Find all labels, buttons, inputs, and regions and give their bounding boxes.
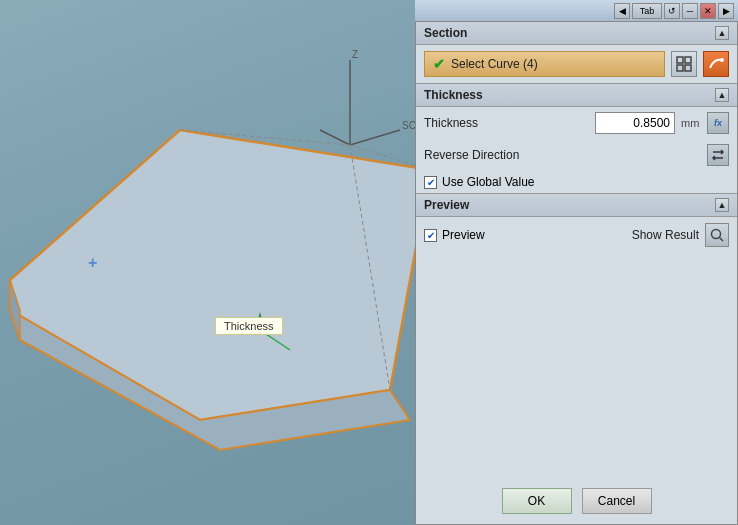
preview-right: Show Result	[632, 223, 729, 247]
thickness-label: Thickness	[424, 116, 589, 130]
tab-button[interactable]: Tab	[632, 3, 662, 19]
svg-rect-17	[685, 65, 691, 71]
cancel-label: Cancel	[598, 494, 635, 508]
thickness-section: Thickness ▲ Thickness mm fx Reverse Dire…	[416, 83, 737, 193]
nav-forward-button[interactable]: ▶	[718, 3, 734, 19]
tooltip: Thickness	[215, 317, 283, 335]
preview-collapse-button[interactable]: ▲	[715, 198, 729, 212]
svg-text:+: +	[88, 254, 97, 271]
grid-icon	[676, 56, 692, 72]
svg-point-19	[712, 230, 721, 239]
svg-text:SC: SC	[402, 120, 415, 131]
titlebar-buttons: ◀ Tab ↺ ─ ✕ ▶	[614, 3, 738, 19]
cancel-button[interactable]: Cancel	[582, 488, 652, 514]
preview-checkbox[interactable]: ✔	[424, 229, 437, 242]
svg-rect-16	[677, 65, 683, 71]
reverse-direction-label: Reverse Direction	[424, 148, 701, 162]
curve-icon	[708, 56, 724, 72]
titlebar: ◀ Tab ↺ ─ ✕ ▶	[415, 0, 738, 22]
show-result-button[interactable]	[705, 223, 729, 247]
thickness-section-title: Thickness	[424, 88, 483, 102]
use-global-value-row: ✔ Use Global Value	[416, 171, 737, 193]
svg-line-7	[320, 130, 350, 145]
section-title: Section	[424, 26, 467, 40]
select-curve-box[interactable]: ✔ Select Curve (4)	[424, 51, 665, 77]
search-icon	[709, 227, 725, 243]
thickness-unit-label: mm	[681, 117, 701, 129]
tooltip-text: Thickness	[224, 320, 274, 332]
preview-section: Preview ▲ ✔ Preview Show Result	[416, 193, 737, 253]
3d-shape: Z SC +	[0, 0, 415, 525]
formula-button[interactable]: fx	[707, 112, 729, 134]
svg-rect-14	[677, 57, 683, 63]
select-curve-row: ✔ Select Curve (4)	[416, 45, 737, 83]
preview-label: Preview	[442, 228, 485, 242]
curve-checkmark-icon: ✔	[433, 56, 445, 72]
svg-text:Z: Z	[352, 49, 358, 60]
use-global-value-checkbox[interactable]: ✔	[424, 176, 437, 189]
close-button[interactable]: ✕	[700, 3, 716, 19]
nav-back-button[interactable]: ◀	[614, 3, 630, 19]
curve-select-button[interactable]	[703, 51, 729, 77]
select-curve-label: Select Curve (4)	[451, 57, 538, 71]
thickness-collapse-button[interactable]: ▲	[715, 88, 729, 102]
svg-line-5	[350, 130, 400, 145]
minimize-button[interactable]: ─	[682, 3, 698, 19]
section-header: Section ▲	[416, 22, 737, 45]
thickness-input[interactable]	[595, 112, 675, 134]
use-global-value-label: Use Global Value	[442, 175, 535, 189]
action-row: OK Cancel	[416, 478, 737, 524]
preview-left: ✔ Preview	[424, 228, 632, 242]
thickness-section-header: Thickness ▲	[416, 84, 737, 107]
reverse-icon	[710, 147, 726, 163]
preview-row: ✔ Preview Show Result	[416, 217, 737, 253]
ok-label: OK	[528, 494, 545, 508]
reverse-direction-button[interactable]	[707, 144, 729, 166]
svg-line-20	[720, 238, 724, 242]
show-result-label: Show Result	[632, 228, 699, 242]
svg-rect-15	[685, 57, 691, 63]
reverse-direction-row: Reverse Direction	[416, 139, 737, 171]
preview-section-title: Preview	[424, 198, 469, 212]
svg-point-18	[720, 58, 724, 62]
ok-button[interactable]: OK	[502, 488, 572, 514]
panel: Section ▲ ✔ Select Curve (4) Thickness	[415, 22, 738, 525]
preview-section-header: Preview ▲	[416, 194, 737, 217]
thickness-row: Thickness mm fx	[416, 107, 737, 139]
section-collapse-button[interactable]: ▲	[715, 26, 729, 40]
refresh-button[interactable]: ↺	[664, 3, 680, 19]
fx-icon: fx	[714, 118, 722, 128]
grid-view-button[interactable]	[671, 51, 697, 77]
